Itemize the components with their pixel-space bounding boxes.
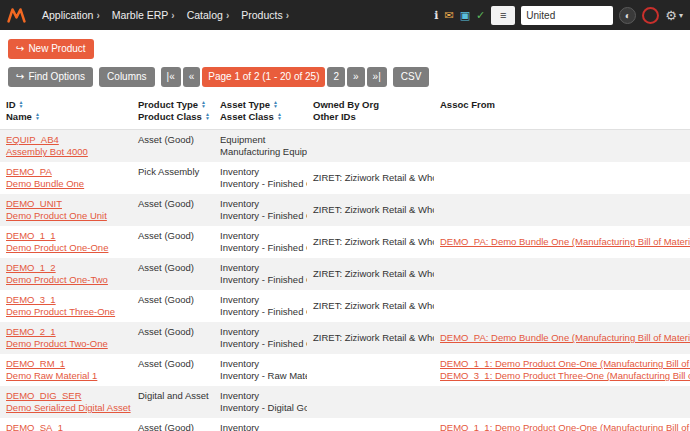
asset-type-value: Inventory — [220, 166, 259, 177]
asset-type-value: Inventory — [220, 230, 259, 241]
product-name-link[interactable]: Demo Serialized Digital Asset — [6, 402, 131, 414]
id-name-cell: DEMO_SA_1 Demo Sub Assembly One — [0, 418, 132, 431]
assoc-from-link[interactable]: DEMO_PA: Demo Bundle One (Manufacturing … — [440, 236, 690, 248]
assoc-from-link[interactable]: DEMO_1_1: Demo Product One-One (Manufact… — [440, 358, 690, 370]
next-page-icon: » — [353, 72, 359, 82]
table-row: DEMO_PA Demo Bundle One Pick Assembly In… — [0, 162, 690, 194]
current-page-button[interactable]: Page 1 of 2 (1 - 20 of 25) — [202, 67, 325, 87]
assoc-from-cell: DEMO_1_1: Demo Product One-One (Manufact… — [434, 418, 690, 431]
forward-arrow-icon: ↪ — [16, 44, 24, 54]
asset-class-value: Inventory - Finished Good — [220, 306, 307, 317]
settings-menu[interactable]: ⚙ ▾ — [665, 9, 683, 22]
product-id-link[interactable]: DEMO_2_1 — [6, 326, 56, 338]
last-page-button[interactable]: »| — [367, 67, 387, 87]
asset-type-cell: Equipment Manufacturing Equipment — [214, 130, 307, 163]
product-id-link[interactable]: DEMO_DIG_SER — [6, 390, 82, 402]
sort-product-type-icon[interactable]: ▲▼ — [201, 100, 206, 109]
new-product-button[interactable]: ↪ New Product — [8, 39, 94, 59]
product-type-cell: Asset (Good) — [132, 290, 214, 322]
header-name-label: Name — [6, 111, 32, 122]
sort-id-icon[interactable]: ▲▼ — [19, 100, 24, 109]
moqui-logo[interactable] — [7, 7, 26, 23]
mail-icon[interactable]: ✉ — [444, 10, 453, 21]
product-type-cell: Asset (Good) — [132, 258, 214, 290]
header-asset-type-label: Asset Type — [220, 99, 270, 110]
product-id-link[interactable]: DEMO_SA_1 — [6, 422, 63, 431]
product-type-cell: Asset (Good) — [132, 194, 214, 226]
owned-by-org-cell: ZIRET: Ziziwork Retail & Wholesale — [307, 322, 434, 354]
owned-by-org-cell: ZIRET: Ziziwork Retail & Wholesale — [307, 162, 434, 194]
product-id-link[interactable]: DEMO_UNIT — [6, 198, 62, 210]
sort-asset-class-icon[interactable]: ▲▼ — [277, 112, 282, 121]
id-name-cell: DEMO_RM_1 Demo Raw Material 1 — [0, 354, 132, 386]
sort-product-class-icon[interactable]: ▲▼ — [205, 112, 210, 121]
csv-button[interactable]: CSV — [393, 67, 430, 87]
product-name-link[interactable]: Assembly Bot 4000 — [6, 146, 88, 158]
menu-catalog[interactable]: Catalog › — [187, 9, 230, 21]
menu-application[interactable]: Application › — [42, 9, 100, 21]
dark-mode-toggle[interactable]: ◐ — [619, 7, 636, 24]
menu-catalog-label: Catalog — [187, 9, 223, 21]
menu-products[interactable]: Products › — [241, 9, 289, 21]
asset-class-value: Inventory - Finished Good — [220, 178, 307, 189]
product-name-link[interactable]: Demo Product One Unit — [6, 210, 107, 222]
list-icon: ≡ — [500, 10, 506, 21]
info-icon[interactable]: ℹ — [434, 10, 438, 21]
product-name-link[interactable]: Demo Product One-Two — [6, 274, 108, 286]
asset-class-value: Inventory - Finished Good — [220, 210, 307, 221]
table-row: DEMO_RM_1 Demo Raw Material 1 Asset (Goo… — [0, 354, 690, 386]
first-page-icon: |« — [167, 72, 175, 82]
next-page-button[interactable]: » — [347, 67, 365, 87]
id-name-cell: DEMO_1_2 Demo Product One-Two — [0, 258, 132, 290]
owned-by-org-cell: ZIRET: Ziziwork Retail & Wholesale — [307, 194, 434, 226]
assoc-from-link[interactable]: DEMO_1_1: Demo Product One-One (Manufact… — [440, 422, 690, 431]
product-id-link[interactable]: DEMO_3_1 — [6, 294, 56, 306]
product-name-link[interactable]: Demo Product One-One — [6, 242, 108, 254]
product-name-link[interactable]: Demo Bundle One — [6, 178, 84, 190]
asset-type-value: Inventory — [220, 326, 259, 337]
logout-button[interactable] — [642, 7, 659, 24]
sort-name-icon[interactable]: ▲▼ — [35, 112, 40, 121]
new-product-label: New Product — [28, 44, 85, 54]
product-id-link[interactable]: DEMO_PA — [6, 166, 52, 178]
product-type-cell: Asset (Good) — [132, 226, 214, 258]
product-type-value: Asset (Good) — [138, 326, 194, 337]
topbar: Application › Marble ERP › Catalog › Pro… — [0, 0, 690, 30]
product-name-link[interactable]: Demo Raw Material 1 — [6, 370, 97, 382]
asset-type-value: Inventory — [220, 198, 259, 209]
product-type-value: Asset (Good) — [138, 262, 194, 273]
owned-by-org-value: ZIRET: Ziziwork Retail & Wholesale — [313, 236, 434, 247]
check-icon[interactable]: ✓ — [476, 10, 485, 21]
product-name-link[interactable]: Demo Product Two-One — [6, 338, 108, 350]
product-type-cell: Asset (Good) — [132, 322, 214, 354]
first-page-button[interactable]: |« — [161, 67, 181, 87]
forward-arrow-icon: ↪ — [16, 72, 24, 82]
product-type-value: Pick Assembly — [138, 166, 199, 177]
product-id-link[interactable]: DEMO_1_2 — [6, 262, 56, 274]
owned-by-org-value: ZIRET: Ziziwork Retail & Wholesale — [313, 300, 434, 311]
prev-page-button[interactable]: « — [183, 67, 201, 87]
screen-icon[interactable]: ▣ — [460, 10, 470, 21]
sort-asset-type-icon[interactable]: ▲▼ — [273, 100, 278, 109]
asset-type-cell: Inventory Inventory - Finished Good — [214, 194, 307, 226]
assoc-from-cell — [434, 162, 690, 194]
product-type-cell: Digital and Asset — [132, 386, 214, 418]
product-id-link[interactable]: DEMO_1_1 — [6, 230, 56, 242]
product-type-value: Asset (Good) — [138, 230, 194, 241]
header-product-type-label: Product Type — [138, 99, 198, 110]
columns-button[interactable]: Columns — [99, 67, 154, 87]
id-name-cell: DEMO_1_1 Demo Product One-One — [0, 226, 132, 258]
asset-type-value: Inventory — [220, 390, 259, 401]
list-view-button[interactable]: ≡ — [491, 6, 515, 25]
search-input[interactable] — [521, 6, 613, 25]
product-id-link[interactable]: DEMO_RM_1 — [6, 358, 65, 370]
assoc-from-link[interactable]: DEMO_PA: Demo Bundle One (Manufacturing … — [440, 332, 690, 344]
product-name-link[interactable]: Demo Product Three-One — [6, 306, 115, 318]
assoc-from-link[interactable]: DEMO_3_1: Demo Product Three-One (Manufa… — [440, 370, 690, 382]
product-id-link[interactable]: EQUIP_AB4 — [6, 134, 59, 146]
find-options-button[interactable]: ↪ Find Options — [8, 67, 93, 87]
asset-type-cell: Inventory Inventory - Finished Good — [214, 290, 307, 322]
menu-marble-erp[interactable]: Marble ERP › — [112, 9, 175, 21]
product-type-value: Asset (Good) — [138, 358, 194, 369]
page-2-button[interactable]: 2 — [327, 67, 345, 87]
